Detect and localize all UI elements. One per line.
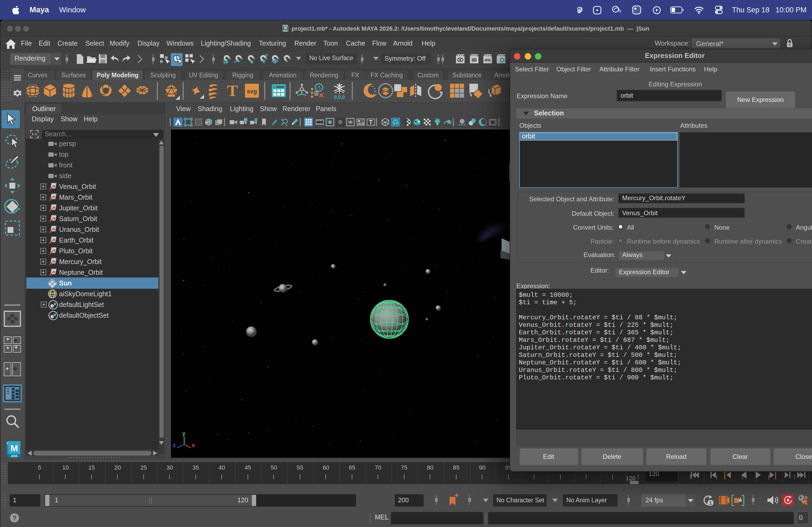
svg-text:x: x bbox=[192, 442, 195, 448]
svg-text:svg: svg bbox=[247, 88, 257, 95]
svg-text:M: M bbox=[11, 443, 18, 453]
svg-text:1: 1 bbox=[709, 500, 712, 506]
svg-text:?: ? bbox=[13, 514, 17, 522]
svg-text:T: T bbox=[227, 82, 238, 99]
svg-text:M: M bbox=[284, 27, 287, 30]
svg-text:MB: MB bbox=[284, 30, 287, 32]
svg-text:z: z bbox=[173, 442, 176, 448]
svg-text:0,0,0: 0,0,0 bbox=[334, 94, 345, 100]
svg-text:AYA: AYA bbox=[11, 454, 18, 458]
svg-text:IPR: IPR bbox=[484, 58, 490, 62]
svg-text:y: y bbox=[182, 431, 186, 436]
